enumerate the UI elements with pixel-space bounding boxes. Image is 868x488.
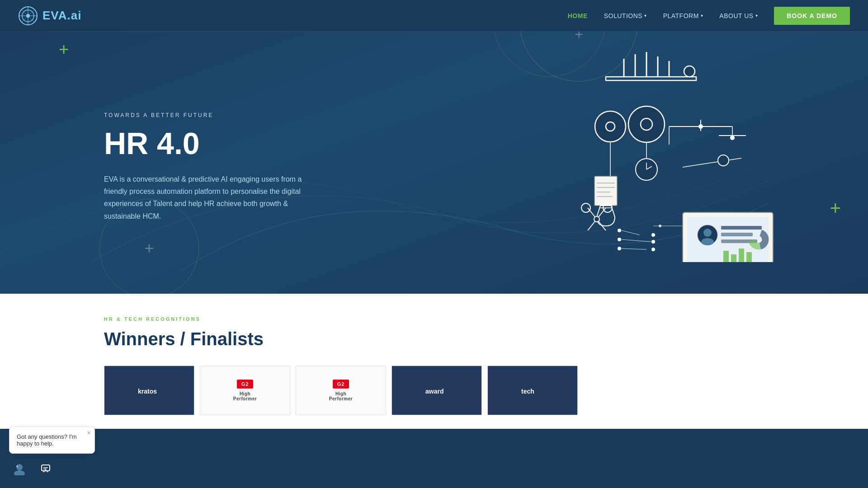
svg-rect-67 [746,252,752,262]
svg-point-59 [703,229,712,237]
section-tag: HR & TECH RECOGNITIONS [104,316,764,322]
svg-point-51 [651,240,655,244]
svg-line-31 [683,158,741,167]
award-card-2: G2 HighPerformer [200,366,290,415]
hero-title: HR 4.0 [104,127,312,160]
navbar: EVA.ai HOME SOLUTIONS ▾ PLATFORM ▾ ABOUT… [0,0,868,32]
svg-text:award: award [425,388,443,395]
svg-line-45 [622,239,651,242]
svg-line-46 [622,249,646,249]
platform-chevron-icon: ▾ [701,13,703,18]
award-card-5: tech [487,366,578,415]
award-card-5-inner: tech [519,384,546,397]
nav-links: HOME SOLUTIONS ▾ PLATFORM ▾ ABOUT US ▾ B… [568,7,850,25]
award-card-1-inner: kratos [136,384,163,397]
nav-home[interactable]: HOME [568,12,588,19]
award-g2-sub-1: HighPerformer [233,391,257,401]
hero-description: EVA is a conversational & predictive AI … [104,173,312,222]
svg-point-52 [651,248,655,251]
svg-point-19 [641,118,652,130]
solutions-chevron-icon: ▾ [644,13,647,18]
award-card-1: kratos [104,366,194,415]
svg-rect-33 [594,176,617,206]
svg-rect-61 [721,226,762,230]
svg-line-44 [622,230,640,235]
hero-content: TOWARDS A BETTER FUTURE HR 4.0 EVA is a … [0,76,312,249]
award-card-4: award [392,366,482,415]
svg-point-41 [594,216,599,222]
svg-point-16 [606,122,615,131]
svg-point-49 [618,247,621,250]
plus-decoration-right: + [830,199,841,218]
svg-point-26 [698,124,703,129]
svg-point-32 [718,155,729,166]
svg-point-48 [618,238,621,241]
about-us-chevron-icon: ▾ [755,13,758,18]
award-g2-sub-2: HighPerformer [329,391,353,401]
award-logo-4: award [423,384,450,397]
eva-logo-icon [18,6,38,26]
svg-rect-62 [721,233,753,236]
svg-point-50 [651,233,655,237]
award-g2-badge-2: G2 [333,380,349,389]
bottom-section: HR & TECH RECOGNITIONS Winners / Finalis… [0,294,868,429]
award-logo-5: tech [519,384,546,397]
section-title: Winners / Finalists [104,329,764,349]
svg-point-47 [618,229,621,232]
logo[interactable]: EVA.ai [18,6,81,26]
award-g2-badge-1: G2 [237,380,254,389]
awards-row: kratos G2 HighPerformer G2 HighPerformer… [104,366,764,415]
svg-text:kratos: kratos [138,388,157,395]
chat-bubble: × Got any questions? I'm happy to help. [9,427,95,429]
chat-widget: × Got any questions? I'm happy to help. [9,427,95,429]
book-demo-button[interactable]: BOOK A DEMO [774,7,850,25]
svg-rect-64 [723,251,729,262]
hero-illustration [552,36,778,262]
award-card-2-inner: G2 HighPerformer [233,380,257,401]
award-card-4-inner: award [423,384,450,397]
svg-point-42 [581,203,590,212]
nav-solutions[interactable]: SOLUTIONS ▾ [604,12,647,19]
hero-subtitle: TOWARDS A BETTER FUTURE [104,112,312,118]
svg-point-54 [659,225,661,227]
hero-section: + + + + TOWARDS A BETTER FUTURE HR 4.0 E… [0,0,868,294]
award-card-3: G2 HighPerformer [296,366,386,415]
award-card-3-inner: G2 HighPerformer [329,380,353,401]
svg-point-30 [730,136,735,140]
plus-decoration-topleft: + [59,41,69,58]
svg-point-14 [684,66,695,77]
svg-rect-65 [731,254,736,262]
svg-rect-8 [606,77,696,80]
award-logo-1: kratos [136,384,163,397]
svg-point-60 [701,238,714,245]
nav-about-us[interactable]: ABOUT US ▾ [719,12,758,19]
logo-text: EVA.ai [42,9,81,23]
svg-rect-66 [739,249,744,262]
svg-text:tech: tech [521,388,534,395]
nav-platform[interactable]: PLATFORM ▾ [663,12,703,19]
